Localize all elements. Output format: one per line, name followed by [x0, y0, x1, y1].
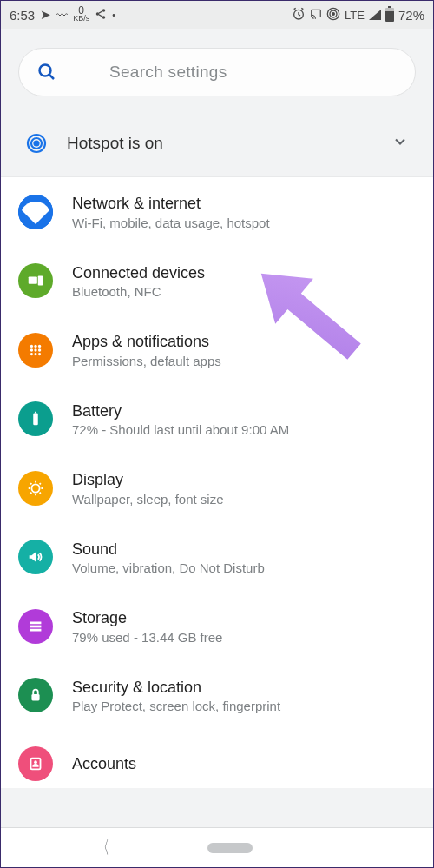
signal-icon [369, 10, 381, 20]
dot-icon: • [112, 10, 115, 20]
item-title: Storage [72, 608, 222, 628]
storage-icon [18, 609, 53, 644]
chevron-down-icon [391, 133, 409, 154]
security-icon [18, 678, 53, 712]
wifi-icon [18, 195, 53, 229]
item-title: Accounts [72, 754, 136, 774]
item-subtitle: Permissions, default apps [72, 354, 221, 368]
svg-rect-28 [30, 621, 42, 624]
apps-icon [18, 333, 53, 368]
svg-point-16 [30, 345, 33, 348]
network-type: LTE [345, 9, 365, 22]
item-battery[interactable]: Battery 72% - Should last until about 9:… [1, 385, 433, 454]
item-subtitle: 79% used - 13.44 GB free [72, 630, 222, 645]
data-rate: 0 KB/s [73, 7, 89, 23]
item-title: Security & location [72, 678, 280, 698]
item-subtitle: Play Protect, screen lock, fingerprint [72, 699, 280, 713]
svg-rect-14 [29, 277, 37, 284]
svg-point-33 [34, 760, 37, 764]
hotspot-text: Hotspot is on [67, 134, 391, 153]
accounts-icon [18, 746, 53, 781]
share-icon [95, 8, 107, 23]
battery-icon [385, 8, 394, 22]
item-security-location[interactable]: Security & location Play Protect, screen… [1, 661, 433, 731]
svg-point-22 [30, 353, 33, 355]
svg-point-9 [35, 142, 39, 146]
search-input[interactable]: Search settings [18, 48, 416, 96]
status-bar: 6:53 ➤ 〰 0 KB/s • LTE 72% [1, 1, 433, 29]
hotspot-banner[interactable]: Hotspot is on [1, 114, 433, 177]
svg-rect-25 [33, 414, 38, 426]
svg-point-1 [96, 12, 100, 16]
item-title: Battery [72, 401, 289, 421]
hotspot-icon [25, 133, 48, 154]
back-button[interactable]: 〈 [97, 836, 109, 859]
svg-rect-4 [312, 10, 321, 17]
search-icon [36, 62, 57, 83]
hotspot-status-icon [326, 7, 340, 23]
svg-rect-15 [38, 276, 43, 286]
item-network-internet[interactable]: Network & internet Wi-Fi, mobile, data u… [1, 177, 433, 247]
svg-point-17 [34, 345, 36, 348]
svg-point-20 [34, 348, 36, 351]
settings-list: Network & internet Wi-Fi, mobile, data u… [1, 177, 433, 788]
item-accounts[interactable]: Accounts [1, 730, 433, 788]
battery-icon-setting [18, 401, 53, 436]
item-sound[interactable]: Sound Volume, vibration, Do Not Disturb [1, 523, 433, 593]
clock: 6:53 [10, 8, 35, 23]
display-icon [18, 471, 53, 506]
item-subtitle: 72% - Should last until about 9:00 AM [72, 422, 289, 437]
svg-point-21 [38, 348, 41, 351]
svg-point-18 [38, 345, 41, 348]
item-title: Sound [72, 540, 265, 560]
sound-icon [18, 540, 53, 574]
item-subtitle: Wi-Fi, mobile, data usage, hotspot [72, 215, 270, 230]
svg-rect-30 [30, 629, 42, 632]
item-storage[interactable]: Storage 79% used - 13.44 GB free [1, 592, 433, 661]
navigation-bar: 〈 [1, 827, 433, 867]
devices-icon [18, 263, 53, 298]
mustache-icon: 〰 [56, 9, 68, 22]
svg-point-24 [38, 353, 41, 355]
location-icon: ➤ [40, 7, 51, 23]
search-placeholder: Search settings [109, 63, 227, 82]
item-connected-devices[interactable]: Connected devices Bluetooth, NFC [1, 247, 433, 316]
item-title: Apps & notifications [72, 332, 221, 352]
svg-point-5 [332, 12, 335, 15]
svg-rect-31 [31, 694, 39, 700]
item-apps-notifications[interactable]: Apps & notifications Permissions, defaul… [1, 315, 433, 385]
svg-point-8 [40, 65, 51, 76]
item-subtitle: Wallpaper, sleep, font size [72, 492, 224, 507]
svg-point-19 [30, 348, 33, 351]
home-pill[interactable] [207, 843, 253, 853]
cast-icon [310, 8, 322, 23]
item-subtitle: Volume, vibration, Do Not Disturb [72, 560, 265, 575]
item-subtitle: Bluetooth, NFC [72, 284, 205, 299]
battery-percent: 72% [398, 8, 424, 23]
svg-rect-29 [30, 625, 42, 627]
svg-point-27 [31, 484, 39, 492]
svg-point-23 [34, 353, 36, 355]
item-display[interactable]: Display Wallpaper, sleep, font size [1, 454, 433, 523]
alarm-icon [292, 7, 306, 23]
item-title: Connected devices [72, 263, 205, 283]
svg-rect-26 [35, 412, 36, 414]
item-title: Display [72, 470, 224, 490]
item-title: Network & internet [72, 194, 270, 214]
